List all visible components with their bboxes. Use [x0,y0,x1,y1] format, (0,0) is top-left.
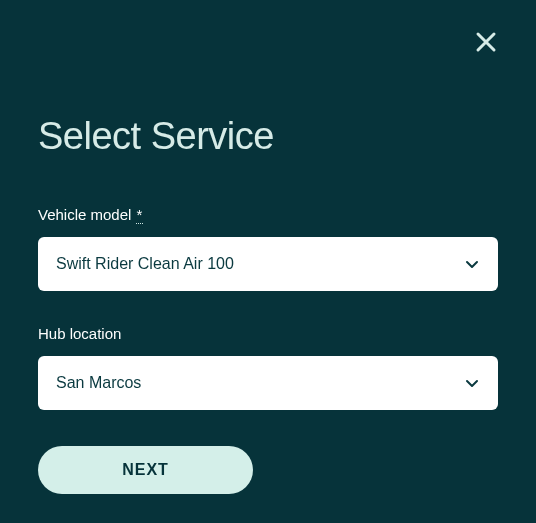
field-hub-location: Hub location San Marcos [38,325,498,410]
vehicle-model-select[interactable]: Swift Rider Clean Air 100 [38,237,498,291]
close-icon [474,30,498,54]
vehicle-model-value: Swift Rider Clean Air 100 [56,255,234,273]
hub-location-value: San Marcos [56,374,141,392]
hub-location-label: Hub location [38,325,121,342]
chevron-down-icon [464,375,480,391]
chevron-down-icon [464,256,480,272]
hub-location-label-row: Hub location [38,325,498,342]
next-button[interactable]: NEXT [38,446,253,494]
field-vehicle-model: Vehicle model * Swift Rider Clean Air 10… [38,206,498,291]
dialog-body: Select Service Vehicle model * Swift Rid… [0,0,536,494]
page-title: Select Service [38,115,498,158]
vehicle-model-label: Vehicle model [38,206,131,223]
hub-location-select[interactable]: San Marcos [38,356,498,410]
close-button[interactable] [474,30,498,54]
vehicle-model-label-row: Vehicle model * [38,206,498,223]
required-mark: * [136,206,144,224]
